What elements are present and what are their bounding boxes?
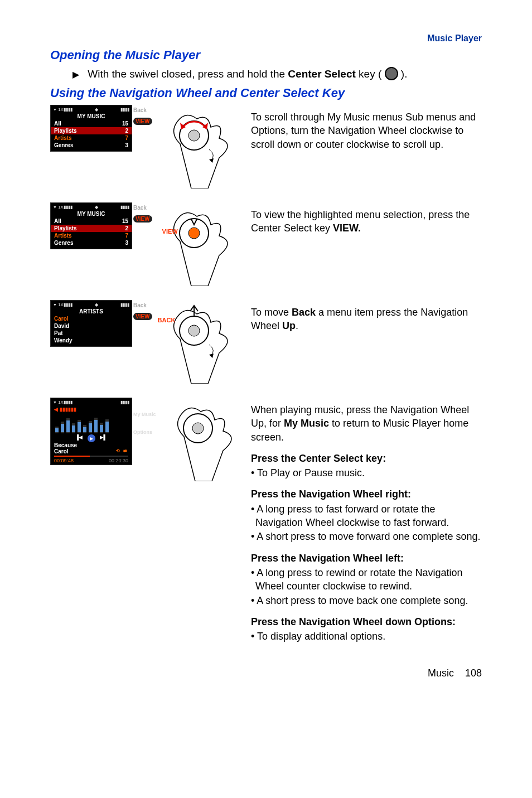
repeat-icon: ⟲ ⇄ — [116, 448, 128, 453]
menu-item: Artists7 — [51, 232, 132, 239]
softkey-mymusic: My Music — [133, 412, 156, 417]
menu-item: Pat — [51, 330, 132, 337]
volume-icon: ◀ ▮▮▮▮▮▮ — [51, 405, 132, 413]
menu-item: Genres3 — [51, 239, 132, 246]
instruction-text-4: When playing music, press the Navigation… — [251, 398, 482, 645]
softkey-back: Back — [133, 205, 152, 211]
wheel-label-view: VIEW — [162, 228, 178, 235]
next-icon: ▶▌ — [100, 434, 107, 442]
soft-keys: My Music Options — [133, 398, 156, 437]
song-artist: Carol ⟲ ⇄ — [51, 448, 132, 454]
instruction-text-3: To move Back a menu item press the Navig… — [251, 300, 482, 333]
page-number: 108 — [465, 668, 482, 679]
menu-item: David — [51, 322, 132, 330]
screen-title: MY MUSIC — [51, 210, 132, 217]
softkey-view: VIEW — [133, 118, 152, 125]
time-total: 00:20:30 — [109, 458, 128, 463]
subheading-nav-left: Press the Navigation Wheel left: — [251, 552, 482, 565]
signal-icon: ▼ 1X▮▮▮▮ — [53, 107, 72, 112]
list-item: A short press to move back one complete … — [251, 594, 482, 607]
header-link[interactable]: Music Player — [50, 33, 482, 43]
center-select-key-icon — [385, 67, 398, 80]
softkey-back: Back — [133, 107, 152, 113]
song-title: Because — [51, 442, 132, 448]
intro-after: key ( — [359, 68, 381, 80]
instruction-row-1: ▼ 1X▮▮▮▮ ◆ ▮▮▮▮ MY MUSIC All15 Playlists… — [50, 105, 482, 188]
playback-controls: ▐◀ ▶ ▶▌ — [51, 434, 132, 442]
menu-item: Carol — [51, 315, 132, 322]
list-item: A long press to fast forward or rotate t… — [251, 502, 482, 530]
menu-item-selected: Playlists2 — [51, 127, 132, 134]
menu-item: All15 — [51, 217, 132, 225]
svg-point-8 — [188, 325, 200, 336]
instruction-text-1: To scroll through My Music menus Sub men… — [251, 105, 482, 151]
soft-keys: Back VIEW — [133, 202, 152, 225]
softkey-back: Back — [133, 302, 152, 308]
diamond-icon: ◆ — [95, 205, 98, 210]
svg-point-1 — [188, 130, 200, 141]
menu-item: All15 — [51, 120, 132, 127]
diamond-icon: ◆ — [95, 302, 98, 307]
hand-illustration — [167, 398, 245, 481]
svg-marker-4 — [209, 158, 214, 163]
instruction-row-2: ▼ 1X▮▮▮▮ ◆ ▮▮▮▮ MY MUSIC All15 Playlists… — [50, 202, 482, 286]
section-title-opening: Opening the Music Player — [50, 48, 482, 62]
section-title-nav: Using the Navigation Wheel and Center Se… — [50, 86, 482, 100]
play-icon: ▶ — [88, 434, 95, 442]
phone-screen-2: ▼ 1X▮▮▮▮ ◆ ▮▮▮▮ MY MUSIC All15 Playlists… — [50, 202, 132, 249]
phone-screen-3: ▼ 1X▮▮▮▮ ◆ ▮▮▮▮ ARTISTS Carol David Pat … — [50, 300, 132, 347]
time-elapsed: 00:09:48 — [54, 458, 74, 463]
wheel-label-back: BACK — [158, 317, 176, 323]
page-footer: Music 108 — [50, 668, 482, 679]
svg-point-6 — [188, 228, 200, 239]
subheading-nav-down: Press the Navigation Wheel down Options: — [251, 615, 482, 628]
signal-icon: ▼ 1X▮▮▮▮ — [53, 400, 72, 405]
prev-icon: ▐◀ — [75, 434, 83, 442]
list-item: To Play or Pause music. — [251, 466, 482, 480]
intro-close: ). — [401, 68, 408, 80]
phone-screen-1: ▼ 1X▮▮▮▮ ◆ ▮▮▮▮ MY MUSIC All15 Playlists… — [50, 105, 132, 152]
screen-title: MY MUSIC — [51, 113, 132, 120]
instruction-row-3: ▼ 1X▮▮▮▮ ◆ ▮▮▮▮ ARTISTS Carol David Pat … — [50, 300, 482, 384]
list-item: A short press to move forward one comple… — [251, 530, 482, 543]
time-row: 00:09:48 00:20:30 — [51, 458, 132, 463]
intro-pre: With the swivel closed, press and hold t… — [88, 68, 288, 80]
phone-screen-4: ▼ 1X▮▮▮▮ ▮▮▮▮ ◀ ▮▮▮▮▮▮ ▐◀ ▶ — [50, 398, 132, 465]
battery-icon: ▮▮▮▮ — [120, 400, 129, 405]
svg-marker-10 — [209, 354, 214, 358]
intro-key: Center Select — [288, 68, 355, 80]
hand-illustration — [163, 105, 241, 188]
signal-icon: ▼ 1X▮▮▮▮ — [53, 205, 72, 210]
list-item: A long press to rewind or rotate the Nav… — [251, 566, 482, 593]
hand-illustration: VIEW — [163, 202, 241, 286]
subheading-center-select: Press the Center Select key: — [251, 452, 482, 465]
menu-item: Genres3 — [51, 142, 132, 149]
screen-title: ARTISTS — [51, 308, 132, 315]
softkey-view: VIEW — [133, 313, 152, 320]
menu-item: Wendy — [51, 337, 132, 344]
battery-icon: ▮▮▮▮ — [120, 107, 129, 112]
arrow-icon: ▶ — [72, 69, 79, 80]
section-name: Music — [428, 668, 454, 679]
progress-bar — [54, 456, 128, 457]
battery-icon: ▮▮▮▮ — [120, 302, 129, 307]
softkey-view: VIEW — [133, 215, 152, 223]
softkey-options: Options — [133, 429, 156, 435]
instruction-text-2: To view the highlighted menu selection, … — [251, 202, 482, 235]
subheading-nav-right: Press the Navigation Wheel right: — [251, 487, 482, 501]
signal-icon: ▼ 1X▮▮▮▮ — [53, 302, 72, 307]
equalizer-icon — [53, 414, 129, 433]
diamond-icon: ◆ — [95, 107, 98, 112]
soft-keys: Back VIEW — [133, 105, 152, 127]
hand-illustration: BACK — [163, 300, 241, 384]
svg-point-12 — [192, 423, 204, 434]
intro-line: ▶ With the swivel closed, press and hold… — [72, 68, 482, 81]
instruction-row-4: ▼ 1X▮▮▮▮ ▮▮▮▮ ◀ ▮▮▮▮▮▮ ▐◀ ▶ — [50, 398, 482, 645]
battery-icon: ▮▮▮▮ — [120, 205, 129, 210]
menu-item: Artists7 — [51, 134, 132, 142]
menu-item-selected: Playlists2 — [51, 225, 132, 232]
soft-keys: Back VIEW — [133, 300, 152, 322]
list-item: To display additional options. — [251, 630, 482, 643]
